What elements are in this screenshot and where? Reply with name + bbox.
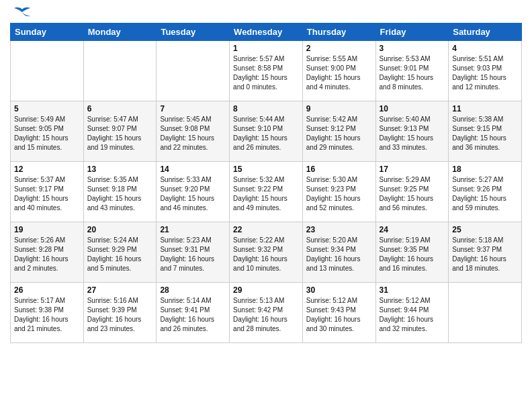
day-cell: 29Sunrise: 5:13 AM Sunset: 9:42 PM Dayli… <box>230 283 303 343</box>
day-info: Sunrise: 5:35 AM Sunset: 9:18 PM Dayligh… <box>87 175 153 213</box>
day-number: 1 <box>233 44 299 53</box>
weekday-header-sunday: Sunday <box>11 24 84 41</box>
day-info: Sunrise: 5:57 AM Sunset: 8:58 PM Dayligh… <box>233 54 299 92</box>
day-info: Sunrise: 5:23 AM Sunset: 9:31 PM Dayligh… <box>160 236 226 273</box>
day-cell: 7Sunrise: 5:45 AM Sunset: 9:08 PM Daylig… <box>157 101 230 162</box>
day-info: Sunrise: 5:20 AM Sunset: 9:34 PM Dayligh… <box>306 236 372 273</box>
day-number: 22 <box>233 225 299 234</box>
day-info: Sunrise: 5:19 AM Sunset: 9:35 PM Dayligh… <box>380 236 445 273</box>
day-cell: 25Sunrise: 5:18 AM Sunset: 9:37 PM Dayli… <box>449 222 522 283</box>
day-cell: 18Sunrise: 5:27 AM Sunset: 9:26 PM Dayli… <box>449 162 522 222</box>
weekday-header-monday: Monday <box>83 24 157 41</box>
day-cell: 17Sunrise: 5:29 AM Sunset: 9:25 PM Dayli… <box>375 162 449 222</box>
day-info: Sunrise: 5:45 AM Sunset: 9:08 PM Dayligh… <box>160 115 226 152</box>
day-cell: 9Sunrise: 5:42 AM Sunset: 9:12 PM Daylig… <box>302 101 375 162</box>
day-cell: 23Sunrise: 5:20 AM Sunset: 9:34 PM Dayli… <box>302 222 375 283</box>
day-cell: 10Sunrise: 5:40 AM Sunset: 9:13 PM Dayli… <box>375 101 449 162</box>
day-number: 11 <box>452 104 518 113</box>
day-info: Sunrise: 5:29 AM Sunset: 9:25 PM Dayligh… <box>380 175 445 213</box>
day-info: Sunrise: 5:47 AM Sunset: 9:07 PM Dayligh… <box>87 115 153 152</box>
day-number: 13 <box>87 165 153 174</box>
day-cell: 8Sunrise: 5:44 AM Sunset: 9:10 PM Daylig… <box>230 101 303 162</box>
day-cell: 6Sunrise: 5:47 AM Sunset: 9:07 PM Daylig… <box>83 101 157 162</box>
day-cell: 16Sunrise: 5:30 AM Sunset: 9:23 PM Dayli… <box>302 162 375 222</box>
calendar-container: SundayMondayTuesdayWednesdayThursdayFrid… <box>0 0 532 353</box>
weekday-header-row: SundayMondayTuesdayWednesdayThursdayFrid… <box>11 24 522 41</box>
day-cell: 27Sunrise: 5:16 AM Sunset: 9:39 PM Dayli… <box>83 283 157 343</box>
day-number: 19 <box>14 225 80 234</box>
day-cell: 4Sunrise: 5:51 AM Sunset: 9:03 PM Daylig… <box>449 41 522 101</box>
day-number: 3 <box>380 44 445 53</box>
day-info: Sunrise: 5:42 AM Sunset: 9:12 PM Dayligh… <box>306 115 372 152</box>
day-number: 23 <box>306 225 372 234</box>
day-cell: 3Sunrise: 5:53 AM Sunset: 9:01 PM Daylig… <box>375 41 449 101</box>
logo-line1 <box>10 7 33 20</box>
day-number: 20 <box>87 225 153 234</box>
day-number: 28 <box>160 285 226 295</box>
day-number: 18 <box>452 165 518 174</box>
day-number: 5 <box>14 104 80 113</box>
day-number: 14 <box>160 165 226 174</box>
day-number: 6 <box>87 104 153 113</box>
day-cell <box>449 283 522 343</box>
day-number: 12 <box>14 165 80 174</box>
day-cell: 1Sunrise: 5:57 AM Sunset: 8:58 PM Daylig… <box>230 41 303 101</box>
day-info: Sunrise: 5:17 AM Sunset: 9:38 PM Dayligh… <box>14 296 80 334</box>
day-info: Sunrise: 5:16 AM Sunset: 9:39 PM Dayligh… <box>87 296 153 334</box>
day-cell: 15Sunrise: 5:32 AM Sunset: 9:22 PM Dayli… <box>230 162 303 222</box>
day-info: Sunrise: 5:49 AM Sunset: 9:05 PM Dayligh… <box>14 115 80 152</box>
weekday-header-saturday: Saturday <box>449 24 522 41</box>
day-number: 16 <box>306 165 372 174</box>
day-info: Sunrise: 5:24 AM Sunset: 9:29 PM Dayligh… <box>87 236 153 273</box>
day-info: Sunrise: 5:53 AM Sunset: 9:01 PM Dayligh… <box>380 54 445 92</box>
day-number: 25 <box>452 225 518 234</box>
day-info: Sunrise: 5:14 AM Sunset: 9:41 PM Dayligh… <box>160 296 226 334</box>
day-cell: 28Sunrise: 5:14 AM Sunset: 9:41 PM Dayli… <box>157 283 230 343</box>
day-number: 8 <box>233 104 299 113</box>
day-cell: 13Sunrise: 5:35 AM Sunset: 9:18 PM Dayli… <box>83 162 157 222</box>
day-info: Sunrise: 5:40 AM Sunset: 9:13 PM Dayligh… <box>380 115 445 152</box>
day-number: 31 <box>380 285 445 295</box>
day-number: 30 <box>306 285 372 295</box>
day-cell: 14Sunrise: 5:33 AM Sunset: 9:20 PM Dayli… <box>157 162 230 222</box>
day-number: 26 <box>14 285 80 295</box>
day-info: Sunrise: 5:27 AM Sunset: 9:26 PM Dayligh… <box>452 175 518 213</box>
day-number: 29 <box>233 285 299 295</box>
day-number: 10 <box>380 104 445 113</box>
day-cell: 26Sunrise: 5:17 AM Sunset: 9:38 PM Dayli… <box>11 283 84 343</box>
day-cell: 12Sunrise: 5:37 AM Sunset: 9:17 PM Dayli… <box>11 162 84 222</box>
day-info: Sunrise: 5:33 AM Sunset: 9:20 PM Dayligh… <box>160 175 226 213</box>
logo <box>10 7 33 17</box>
day-number: 24 <box>380 225 445 234</box>
day-number: 17 <box>380 165 445 174</box>
day-cell: 31Sunrise: 5:12 AM Sunset: 9:44 PM Dayli… <box>375 283 449 343</box>
day-number: 15 <box>233 165 299 174</box>
day-info: Sunrise: 5:18 AM Sunset: 9:37 PM Dayligh… <box>452 236 518 273</box>
day-info: Sunrise: 5:55 AM Sunset: 9:00 PM Dayligh… <box>306 54 372 92</box>
day-cell: 30Sunrise: 5:12 AM Sunset: 9:43 PM Dayli… <box>302 283 375 343</box>
day-cell: 21Sunrise: 5:23 AM Sunset: 9:31 PM Dayli… <box>157 222 230 283</box>
day-number: 21 <box>160 225 226 234</box>
day-info: Sunrise: 5:51 AM Sunset: 9:03 PM Dayligh… <box>452 54 518 92</box>
weekday-header-friday: Friday <box>375 24 449 41</box>
day-info: Sunrise: 5:30 AM Sunset: 9:23 PM Dayligh… <box>306 175 372 213</box>
day-number: 2 <box>306 44 372 53</box>
logo-text-block <box>10 7 33 17</box>
day-info: Sunrise: 5:13 AM Sunset: 9:42 PM Dayligh… <box>233 296 299 334</box>
day-cell: 11Sunrise: 5:38 AM Sunset: 9:15 PM Dayli… <box>449 101 522 162</box>
week-row-4: 26Sunrise: 5:17 AM Sunset: 9:38 PM Dayli… <box>11 283 522 343</box>
day-cell: 22Sunrise: 5:22 AM Sunset: 9:32 PM Dayli… <box>230 222 303 283</box>
day-number: 4 <box>452 44 518 53</box>
day-info: Sunrise: 5:26 AM Sunset: 9:28 PM Dayligh… <box>14 236 80 273</box>
day-info: Sunrise: 5:22 AM Sunset: 9:32 PM Dayligh… <box>233 236 299 273</box>
day-cell <box>157 41 230 101</box>
day-info: Sunrise: 5:44 AM Sunset: 9:10 PM Dayligh… <box>233 115 299 152</box>
day-cell <box>83 41 157 101</box>
week-row-1: 5Sunrise: 5:49 AM Sunset: 9:05 PM Daylig… <box>11 101 522 162</box>
day-number: 27 <box>87 285 153 295</box>
weekday-header-thursday: Thursday <box>302 24 375 41</box>
weekday-header-wednesday: Wednesday <box>230 24 303 41</box>
day-info: Sunrise: 5:38 AM Sunset: 9:15 PM Dayligh… <box>452 115 518 152</box>
week-row-3: 19Sunrise: 5:26 AM Sunset: 9:28 PM Dayli… <box>11 222 522 283</box>
calendar-table: SundayMondayTuesdayWednesdayThursdayFrid… <box>10 23 522 343</box>
